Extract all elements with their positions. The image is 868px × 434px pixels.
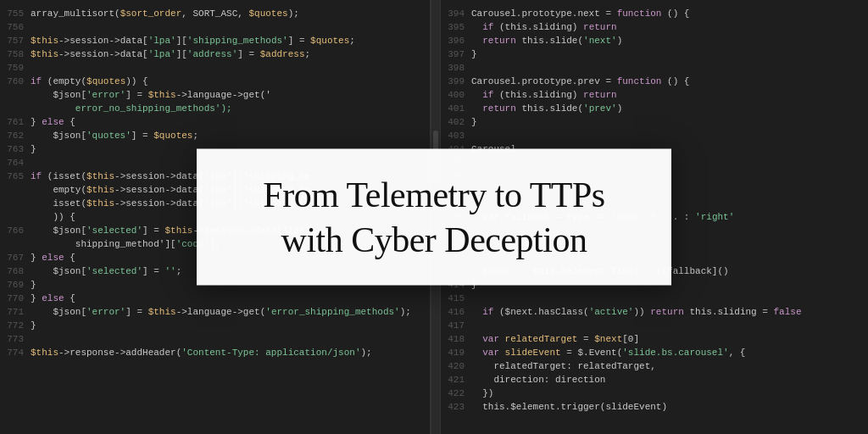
line-number: 763 — [0, 142, 31, 156]
line-number: 768 — [0, 264, 31, 278]
code-line: 396 return this.slide('next') — [441, 34, 868, 47]
line-content: error_no_shipping_methods'); — [31, 102, 430, 115]
code-line: 771 $json['error'] = $this->language->ge… — [0, 305, 430, 319]
code-line: 415 — [441, 292, 868, 305]
line-number: 415 — [441, 292, 471, 305]
code-line: 399Carousel.prototype.prev = function ()… — [441, 75, 868, 88]
line-number: 418 — [441, 332, 471, 346]
line-number — [0, 210, 31, 224]
code-line: 756 — [0, 20, 430, 34]
line-number: 762 — [0, 129, 31, 142]
code-line: 759 — [0, 61, 430, 75]
line-number: 773 — [0, 332, 31, 346]
code-line: 760if (empty($quotes)) { — [0, 75, 430, 88]
code-line: 400 if (this.sliding) return — [441, 88, 868, 102]
code-line: 397} — [441, 47, 868, 61]
overlay-title: From Telemetry to TTPs with Cyber Decept… — [239, 173, 629, 262]
line-number: 756 — [0, 20, 31, 34]
line-content: this.$element.trigger(slideEvent) — [471, 400, 868, 414]
line-content: array_multisort($sort_order, SORT_ASC, $… — [31, 7, 430, 20]
code-line: 418 var relatedTarget = $next[0] — [441, 332, 868, 346]
line-content: } else { — [31, 292, 430, 305]
line-content: $json['quotes'] = $quotes; — [31, 129, 430, 142]
line-content: } — [471, 115, 868, 129]
code-line: 394Carousel.prototype.next = function ()… — [441, 7, 868, 20]
line-number: 769 — [0, 278, 31, 292]
line-number: 758 — [0, 47, 31, 61]
code-line: 398 — [441, 61, 868, 75]
line-content: $this->session->data['lpa']['shipping_me… — [31, 34, 430, 47]
code-line: 421 direction: direction — [441, 373, 868, 387]
line-content: var slideEvent = $.Event('slide.bs.carou… — [471, 346, 868, 359]
line-number — [0, 237, 31, 251]
code-line: 755array_multisort($sort_order, SORT_ASC… — [0, 7, 430, 20]
line-number: 416 — [441, 305, 471, 319]
line-content: Carousel.prototype.prev = function () { — [471, 75, 868, 88]
code-line: 419 var slideEvent = $.Event('slide.bs.c… — [441, 346, 868, 359]
title-overlay: From Telemetry to TTPs with Cyber Decept… — [197, 149, 671, 286]
line-number: 765 — [0, 170, 31, 183]
line-number: 397 — [441, 47, 471, 61]
line-number: 760 — [0, 75, 31, 88]
line-content: } — [471, 47, 868, 61]
code-line: error_no_shipping_methods'); — [0, 102, 430, 115]
line-number: 771 — [0, 305, 31, 319]
title-line1: From Telemetry to TTPs — [263, 175, 604, 214]
line-number: 403 — [441, 129, 471, 142]
line-number: 770 — [0, 292, 31, 305]
line-number: 757 — [0, 34, 31, 47]
line-content: Carousel.prototype.next = function () { — [471, 7, 868, 20]
line-number: 417 — [441, 319, 471, 332]
line-number: 759 — [0, 61, 31, 75]
line-content: $this->session->data['lpa']['address'] =… — [31, 47, 430, 61]
line-number — [0, 88, 31, 102]
line-number: 396 — [441, 34, 471, 47]
line-number: 774 — [0, 346, 31, 359]
line-content: relatedTarget: relatedTarget, — [471, 359, 868, 373]
code-line: 417 — [441, 319, 868, 332]
line-number: 772 — [0, 319, 31, 332]
code-line: 402} — [441, 115, 868, 129]
line-number: 764 — [0, 156, 31, 170]
line-content: return this.slide('prev') — [471, 102, 868, 115]
line-number: 761 — [0, 115, 31, 129]
title-line2: with Cyber Deception — [281, 220, 587, 259]
code-line: 423 this.$element.trigger(slideEvent) — [441, 400, 868, 414]
line-number: 755 — [0, 7, 31, 20]
code-line: 772} — [0, 319, 430, 332]
line-content: } else { — [31, 115, 430, 129]
line-content: return this.slide('next') — [471, 34, 868, 47]
code-line: 762 $json['quotes'] = $quotes; — [0, 129, 430, 142]
line-number: 401 — [441, 102, 471, 115]
code-line: $json['error'] = $this->language->get(' — [0, 88, 430, 102]
line-number: 420 — [441, 359, 471, 373]
line-content: if (empty($quotes)) { — [31, 75, 430, 88]
line-content: if (this.sliding) return — [471, 88, 868, 102]
code-line: 401 return this.slide('prev') — [441, 102, 868, 115]
line-content: var relatedTarget = $next[0] — [471, 332, 868, 346]
code-line: 420 relatedTarget: relatedTarget, — [441, 359, 868, 373]
line-number: 400 — [441, 88, 471, 102]
code-line: 761} else { — [0, 115, 430, 129]
line-content: } — [31, 319, 430, 332]
line-number: 402 — [441, 115, 471, 129]
line-content: $json['error'] = $this->language->get(' — [31, 88, 430, 102]
line-content: if (this.sliding) return — [471, 20, 868, 34]
line-number: 766 — [0, 224, 31, 237]
code-line: 757$this->session->data['lpa']['shipping… — [0, 34, 430, 47]
line-number: 421 — [441, 373, 471, 387]
line-number: 398 — [441, 61, 471, 75]
line-number: 394 — [441, 7, 471, 20]
line-number: 419 — [441, 346, 471, 359]
line-content: }) — [471, 387, 868, 400]
code-line: 395 if (this.sliding) return — [441, 20, 868, 34]
line-number — [0, 197, 31, 210]
code-line: 403 — [441, 129, 868, 142]
line-number: 423 — [441, 400, 471, 414]
line-number: 399 — [441, 75, 471, 88]
line-number — [0, 183, 31, 197]
code-line: 758$this->session->data['lpa']['address'… — [0, 47, 430, 61]
code-line: 774$this->response->addHeader('Content-T… — [0, 346, 430, 359]
line-content: $this->response->addHeader('Content-Type… — [31, 346, 430, 359]
line-content: if ($next.hasClass('active')) return thi… — [471, 305, 868, 319]
